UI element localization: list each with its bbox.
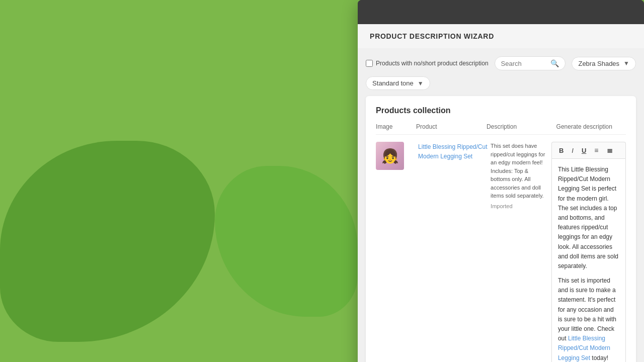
header-product: Product	[416, 123, 487, 130]
product-image	[376, 142, 404, 170]
underline-button[interactable]: U	[580, 146, 588, 155]
collection-title: Products collection	[376, 106, 626, 115]
search-box[interactable]: 🔍	[495, 56, 566, 70]
tone-dropdown-chevron: ▼	[418, 80, 424, 87]
search-input[interactable]	[501, 60, 548, 67]
bullet-list-button[interactable]: ≡	[592, 145, 600, 155]
main-window: Product Description Wizard Products with…	[358, 0, 644, 362]
product-description: This set does have ripped/cut leggings f…	[491, 142, 549, 200]
product-description-col: This set does have ripped/cut leggings f…	[491, 142, 549, 209]
title-bar: Product Description Wizard	[358, 24, 644, 48]
top-bar	[358, 0, 644, 24]
products-panel: Products collection Image Product Descri…	[366, 96, 636, 362]
vendor-dropdown-chevron: ▼	[623, 60, 629, 67]
ordered-list-button[interactable]: ≣	[605, 145, 615, 155]
tone-label: Standard tone	[372, 79, 414, 87]
product-image-col	[376, 142, 416, 170]
header-generate: Generate description	[556, 123, 626, 130]
vendor-dropdown[interactable]: Zebra Shades ▼	[572, 57, 636, 70]
product-status: Imported	[491, 203, 549, 209]
bold-button[interactable]: B	[557, 146, 566, 155]
content-area: Products with no/short product descripti…	[358, 48, 644, 362]
generate-col: B I U ≡ ≣ This Little Blessing Ripped/Cu…	[551, 142, 626, 362]
product-name-link[interactable]: Little Blessing Ripped/Cut Modern Leggin…	[418, 143, 487, 160]
short-description-checkbox[interactable]	[366, 60, 373, 67]
generated-text-end: today!	[592, 354, 608, 361]
table-row: Little Blessing Ripped/Cut Modern Leggin…	[376, 135, 626, 362]
vendor-label: Zebra Shades	[578, 60, 619, 67]
product-name-col: Little Blessing Ripped/Cut Modern Leggin…	[418, 142, 489, 161]
header-image: Image	[376, 123, 416, 130]
filter-label: Products with no/short product descripti…	[376, 60, 488, 67]
short-description-filter[interactable]: Products with no/short product descripti…	[366, 60, 488, 67]
header-description: Description	[487, 123, 556, 130]
page-title: Product Description Wizard	[370, 32, 632, 40]
generated-para-2: This set is imported and is sure to make…	[558, 276, 619, 362]
generated-para-1: This Little Blessing Ripped/Cut Modern L…	[558, 165, 619, 271]
search-icon: 🔍	[550, 59, 559, 67]
table-header: Image Product Description Generate descr…	[376, 123, 626, 135]
filters-bar: Products with no/short product descripti…	[366, 56, 636, 90]
editor-content[interactable]: This Little Blessing Ripped/Cut Modern L…	[551, 158, 626, 362]
editor-toolbar: B I U ≡ ≣	[551, 142, 626, 158]
generated-text-before-link: This set is imported and is sure to make…	[558, 277, 616, 342]
italic-button[interactable]: I	[570, 146, 576, 155]
tone-dropdown[interactable]: Standard tone ▼	[366, 76, 430, 90]
